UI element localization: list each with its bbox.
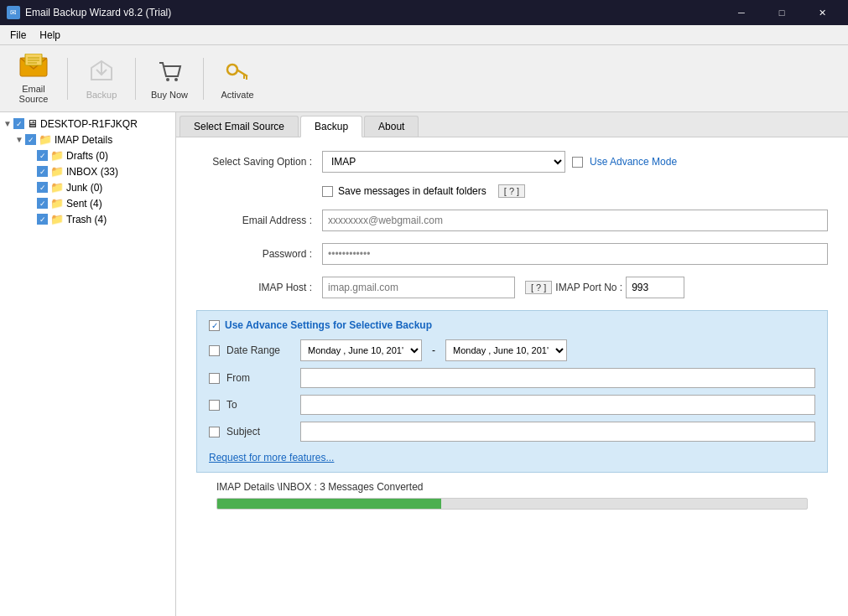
selective-checkbox[interactable]: ✓ — [209, 320, 220, 331]
status-text: IMAP Details \INBOX : 3 Messages Convert… — [216, 481, 808, 493]
selective-header: ✓ Use Advance Settings for Selective Bac… — [209, 319, 815, 331]
selective-header-text: Use Advance Settings for Selective Backu… — [225, 319, 432, 331]
tree-imap[interactable]: ▼ ✓ 📁 IMAP Details — [3, 132, 172, 148]
backup-button[interactable]: Backup — [75, 49, 128, 108]
to-row: To — [209, 395, 815, 415]
password-row: Password : — [196, 243, 828, 265]
date-range-row: Date Range Monday , June 10, 201' - Mond… — [209, 339, 815, 361]
minimize-button[interactable]: ─ — [722, 0, 761, 25]
tab-backup[interactable]: Backup — [300, 116, 362, 137]
toolbar-sep-1 — [67, 58, 68, 100]
svg-line-10 — [237, 70, 247, 76]
subject-checkbox[interactable] — [209, 427, 220, 437]
email-source-label: Email Source — [7, 84, 60, 104]
folder-icon-junk: 📁 — [50, 181, 64, 194]
tree-checkbox-inbox[interactable]: ✓ — [37, 166, 48, 177]
password-input[interactable] — [322, 243, 828, 265]
buy-now-button[interactable]: Buy Now — [143, 49, 196, 108]
save-messages-label: Save messages in default folders — [338, 185, 486, 197]
toolbar-sep-3 — [203, 58, 204, 100]
tree-trash[interactable]: ✓ 📁 Trash (4) — [3, 211, 172, 227]
maximize-button[interactable]: □ — [762, 0, 801, 25]
password-label: Password : — [196, 248, 322, 260]
tree-expand-drafts — [27, 151, 37, 160]
from-row: From — [209, 368, 815, 388]
imap-port-input[interactable] — [626, 277, 684, 298]
tree-checkbox-sent[interactable]: ✓ — [37, 198, 48, 209]
tab-select-email[interactable]: Select Email Source — [179, 116, 299, 137]
subject-input[interactable] — [300, 422, 815, 442]
close-button[interactable]: ✕ — [803, 0, 841, 25]
tree-junk-label: Junk (0) — [66, 182, 102, 194]
tree-expand-sent — [27, 199, 37, 208]
to-input[interactable] — [300, 395, 815, 415]
subject-label: Subject — [226, 426, 294, 437]
to-checkbox[interactable] — [209, 400, 220, 411]
tree-drafts-label: Drafts (0) — [66, 150, 108, 162]
right-panel: Select Email Source Backup About Select … — [176, 112, 848, 616]
date-range-checkbox[interactable] — [209, 345, 220, 356]
folder-icon-imap: 📁 — [39, 133, 52, 146]
date-from-select[interactable]: Monday , June 10, 201' — [300, 339, 422, 361]
tree-junk[interactable]: ✓ 📁 Junk (0) — [3, 179, 172, 195]
tab-bar: Select Email Source Backup About — [176, 112, 848, 137]
computer-icon: 🖥 — [27, 117, 38, 130]
email-input[interactable] — [322, 210, 828, 231]
imap-host-help[interactable]: [ ? ] — [525, 281, 552, 294]
menu-file[interactable]: File — [3, 28, 33, 43]
advance-mode-checkbox[interactable] — [572, 157, 583, 168]
tree-root[interactable]: ▼ ✓ 🖥 DESKTOP-R1FJKQR — [3, 116, 172, 132]
from-label: From — [226, 372, 294, 384]
tree-expand-root[interactable]: ▼ — [3, 119, 13, 128]
tree-inbox[interactable]: ✓ 📁 INBOX (33) — [3, 163, 172, 179]
activate-button[interactable]: Activate — [211, 49, 264, 108]
save-messages-checkbox[interactable] — [322, 186, 333, 197]
email-source-button[interactable]: Email Source — [7, 49, 60, 108]
content-area: Select Saving Option : IMAP POP3 Gmail Y… — [176, 137, 848, 616]
tree-checkbox-trash[interactable]: ✓ — [37, 214, 48, 225]
cart-icon — [156, 58, 183, 86]
title-bar: ✉ Email Backup Wizard v8.2 (Trial) ─ □ ✕ — [0, 0, 848, 25]
email-source-icon — [18, 54, 49, 80]
saving-option-label: Select Saving Option : — [196, 156, 322, 168]
date-separator: - — [429, 344, 439, 356]
imap-host-label: IMAP Host : — [196, 282, 322, 293]
status-section: IMAP Details \INBOX : 3 Messages Convert… — [196, 473, 828, 518]
from-checkbox[interactable] — [209, 373, 220, 384]
toolbar: Email Source Backup Buy Now — [0, 45, 848, 112]
saving-option-row: Select Saving Option : IMAP POP3 Gmail Y… — [196, 151, 828, 173]
app-title: Email Backup Wizard v8.2 (Trial) — [25, 7, 171, 18]
advance-mode-row: Use Advance Mode — [572, 156, 677, 168]
folder-icon-inbox: 📁 — [50, 165, 64, 178]
app-icon: ✉ — [7, 6, 20, 19]
backup-label: Backup — [86, 90, 117, 100]
saving-option-select[interactable]: IMAP POP3 Gmail Yahoo Outlook — [322, 151, 565, 173]
tree-checkbox-root[interactable]: ✓ — [13, 118, 24, 129]
tab-about[interactable]: About — [364, 116, 419, 137]
advance-mode-label[interactable]: Use Advance Mode — [590, 156, 677, 168]
imap-host-input[interactable] — [322, 277, 515, 298]
date-to-select[interactable]: Monday , June 10, 201' — [445, 339, 567, 361]
imap-host-controls: [ ? ] IMAP Port No : — [322, 277, 684, 298]
tree-checkbox-drafts[interactable]: ✓ — [37, 150, 48, 161]
menu-help[interactable]: Help — [33, 28, 67, 43]
tree-checkbox-junk[interactable]: ✓ — [37, 182, 48, 193]
save-messages-row: Save messages in default folders [ ? ] — [196, 184, 828, 198]
tree-expand-imap[interactable]: ▼ — [15, 135, 25, 144]
tree-drafts[interactable]: ✓ 📁 Drafts (0) — [3, 148, 172, 163]
tree-checkbox-imap[interactable]: ✓ — [25, 134, 36, 145]
activate-label: Activate — [221, 90, 253, 100]
from-input[interactable] — [300, 368, 815, 388]
tree-sent[interactable]: ✓ 📁 Sent (4) — [3, 195, 172, 211]
request-link[interactable]: Request for more features... — [209, 452, 334, 463]
imap-port-label: IMAP Port No : — [555, 282, 622, 293]
folder-icon-drafts: 📁 — [50, 149, 64, 162]
save-messages-help[interactable]: [ ? ] — [498, 184, 525, 198]
folder-icon-sent: 📁 — [50, 197, 64, 210]
tree-inbox-label: INBOX (33) — [66, 166, 118, 178]
email-label: Email Address : — [196, 215, 322, 226]
title-bar-left: ✉ Email Backup Wizard v8.2 (Trial) — [7, 6, 171, 19]
to-label: To — [226, 399, 294, 411]
content-wrapper: Select Email Source Backup About Select … — [176, 112, 848, 616]
key-icon — [224, 58, 251, 86]
